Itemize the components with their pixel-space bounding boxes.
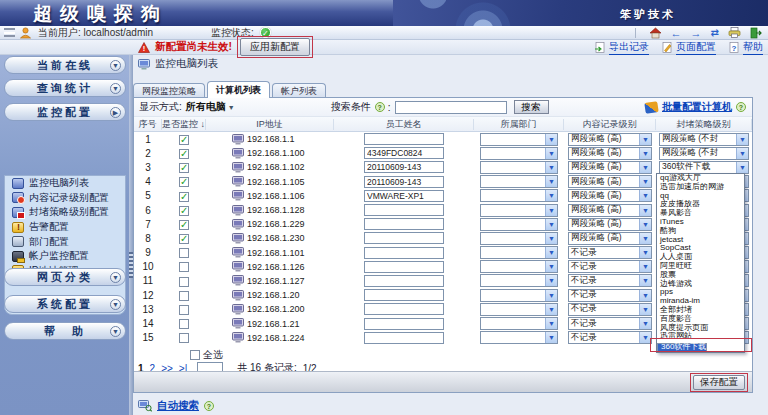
- export-records-link[interactable]: 导出记录: [594, 40, 649, 55]
- chevron-right-icon[interactable]: ▶: [110, 107, 121, 118]
- refresh-icon[interactable]: ⇄: [711, 28, 719, 38]
- display-mode-select[interactable]: 所有电脑: [186, 100, 226, 114]
- chevron-down-icon[interactable]: ▼: [110, 60, 121, 71]
- chevron-down-icon[interactable]: ▼: [110, 326, 121, 337]
- help-link[interactable]: ? 帮助: [728, 40, 763, 55]
- record-level-select[interactable]: 不记录▼: [568, 246, 652, 259]
- chevron-down-icon[interactable]: ▼: [110, 83, 121, 94]
- department-select[interactable]: ▼: [480, 189, 558, 202]
- record-level-select[interactable]: 不记录▼: [568, 331, 652, 344]
- col-header-ip[interactable]: IP地址: [206, 119, 334, 130]
- select-all-checkbox[interactable]: [190, 350, 200, 360]
- monitor-checkbox[interactable]: [179, 135, 189, 145]
- employee-name-input[interactable]: [364, 289, 444, 301]
- page-config-link[interactable]: 页面配置: [661, 40, 716, 55]
- department-select[interactable]: ▼: [480, 175, 558, 188]
- menu-icon[interactable]: [4, 28, 15, 37]
- back-icon[interactable]: ←: [671, 28, 682, 38]
- sidebar-panel-query-stats[interactable]: 查询统计▼: [4, 79, 126, 97]
- chevron-down-icon[interactable]: ▼: [110, 299, 121, 310]
- record-level-select[interactable]: 不记录▼: [568, 260, 652, 273]
- record-level-select[interactable]: 不记录▼: [568, 317, 652, 330]
- sidebar-item-account[interactable]: 帐户监控配置: [5, 249, 125, 264]
- department-select[interactable]: ▼: [480, 303, 558, 316]
- help-circle-icon[interactable]: ?: [736, 102, 746, 112]
- employee-name-input[interactable]: [364, 147, 444, 159]
- record-level-select[interactable]: 不记录▼: [568, 274, 652, 287]
- tab-account-list[interactable]: 帐户列表: [272, 83, 326, 98]
- save-config-button[interactable]: 保存配置: [693, 375, 745, 390]
- monitor-checkbox[interactable]: [179, 333, 189, 343]
- monitor-checkbox[interactable]: [179, 206, 189, 216]
- sidebar-panel-system-config[interactable]: 系统配置▼: [4, 295, 126, 313]
- department-select[interactable]: ▼: [480, 289, 558, 302]
- monitor-checkbox[interactable]: [179, 319, 189, 329]
- col-header-record[interactable]: 内容记录级别: [564, 119, 656, 130]
- monitor-checkbox[interactable]: [179, 262, 189, 272]
- monitor-checkbox[interactable]: [179, 305, 189, 315]
- department-select[interactable]: ▼: [480, 133, 558, 146]
- apply-config-button[interactable]: 应用新配置: [240, 38, 310, 56]
- sidebar-item-alert[interactable]: 告警配置: [5, 220, 125, 235]
- monitor-checkbox[interactable]: [179, 177, 189, 187]
- department-select[interactable]: ▼: [480, 161, 558, 174]
- home-icon[interactable]: [649, 27, 662, 39]
- department-select[interactable]: ▼: [480, 204, 558, 217]
- help-circle-icon[interactable]: ?: [204, 401, 214, 411]
- record-level-select[interactable]: 网段策略 (高)▼: [568, 147, 652, 160]
- department-select[interactable]: ▼: [480, 317, 558, 330]
- block-level-select[interactable]: 网段策略 (不封▼: [659, 133, 749, 146]
- employee-name-input[interactable]: [364, 204, 444, 216]
- department-select[interactable]: ▼: [480, 274, 558, 287]
- col-header-block[interactable]: 封堵策略级别: [656, 119, 752, 130]
- record-level-select[interactable]: 网段策略 (高)▼: [568, 175, 652, 188]
- chevron-down-icon[interactable]: ▼: [110, 272, 121, 283]
- department-select[interactable]: ▼: [480, 232, 558, 245]
- department-select[interactable]: ▼: [480, 218, 558, 231]
- help-circle-icon[interactable]: ?: [375, 102, 385, 112]
- batch-config-link[interactable]: 批量配置计算机: [662, 100, 732, 114]
- sidebar-item-record-level[interactable]: 内容记录级别配置: [5, 191, 125, 206]
- sidebar-panel-monitor-config[interactable]: 监控配置▶: [4, 103, 126, 121]
- col-header-monitor[interactable]: 是否监控 ↓: [162, 119, 206, 130]
- sidebar-item-department[interactable]: 部门配置: [5, 234, 125, 249]
- tab-computer-list[interactable]: 计算机列表: [207, 81, 270, 98]
- auto-search-link[interactable]: 自动搜索: [157, 399, 199, 413]
- employee-name-input[interactable]: [364, 190, 444, 202]
- tab-segment-policy[interactable]: 网段监控策略: [133, 83, 205, 98]
- forward-icon[interactable]: →: [691, 28, 702, 38]
- employee-name-input[interactable]: [364, 161, 444, 173]
- sidebar-panel-online[interactable]: 当前在线▼: [4, 56, 126, 74]
- record-level-select[interactable]: 网段策略 (高)▼: [568, 204, 652, 217]
- logout-icon[interactable]: [750, 27, 762, 39]
- record-level-select[interactable]: 网段策略 (高)▼: [568, 189, 652, 202]
- sidebar-item-block-level[interactable]: 封堵策略级别配置: [5, 205, 125, 220]
- sidebar-panel-web-category[interactable]: 网页分类▼: [4, 268, 126, 286]
- monitor-checkbox[interactable]: [179, 291, 189, 301]
- employee-name-input[interactable]: [364, 275, 444, 287]
- employee-name-input[interactable]: [364, 332, 444, 344]
- department-select[interactable]: ▼: [480, 246, 558, 259]
- search-input[interactable]: [395, 101, 507, 114]
- monitor-checkbox[interactable]: [179, 277, 189, 287]
- record-level-select[interactable]: 不记录▼: [568, 289, 652, 302]
- monitor-checkbox[interactable]: [179, 220, 189, 230]
- employee-name-input[interactable]: [364, 232, 444, 244]
- employee-name-input[interactable]: [364, 261, 444, 273]
- block-level-select[interactable]: 网段策略 (不封▼: [659, 147, 749, 160]
- employee-name-input[interactable]: [364, 176, 444, 188]
- employee-name-input[interactable]: [364, 303, 444, 315]
- col-header-no[interactable]: 序号: [134, 119, 162, 130]
- monitor-checkbox[interactable]: [179, 149, 189, 159]
- employee-name-input[interactable]: [364, 247, 444, 259]
- record-level-select[interactable]: 网段策略 (高)▼: [568, 232, 652, 245]
- department-select[interactable]: ▼: [480, 331, 558, 344]
- col-header-name[interactable]: 员工姓名: [334, 119, 474, 130]
- record-level-select[interactable]: 网段策略 (高)▼: [568, 218, 652, 231]
- record-level-select[interactable]: 网段策略 (高)▼: [568, 133, 652, 146]
- employee-name-input[interactable]: [364, 318, 444, 330]
- monitor-checkbox[interactable]: [179, 248, 189, 258]
- monitor-checkbox[interactable]: [179, 192, 189, 202]
- sidebar-panel-help[interactable]: 帮 助▼: [4, 322, 126, 340]
- col-header-dept[interactable]: 所属部门: [474, 119, 564, 130]
